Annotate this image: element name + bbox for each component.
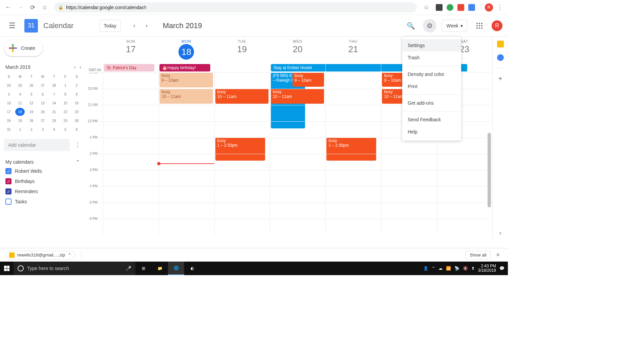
- mini-day[interactable]: 1: [61, 81, 70, 89]
- mini-day[interactable]: 8: [61, 90, 70, 98]
- mini-day[interactable]: 9: [72, 90, 82, 98]
- calendar-toggle[interactable]: ✓Reminders: [4, 186, 83, 197]
- calendar-toggle[interactable]: ✓Birthdays: [4, 176, 83, 186]
- account-avatar[interactable]: R: [492, 20, 502, 31]
- menu-item-settings[interactable]: Settings: [402, 39, 461, 52]
- menu-item-help[interactable]: Help: [402, 126, 461, 138]
- menu-item-feedback[interactable]: Send Feedback: [402, 114, 461, 126]
- mic-icon[interactable]: 🎤: [126, 266, 131, 271]
- prev-period-button[interactable]: ‹: [129, 20, 140, 31]
- task-view-button[interactable]: ⊞: [135, 262, 152, 275]
- extension-icon[interactable]: [436, 4, 443, 11]
- settings-button[interactable]: ⚙: [423, 19, 436, 33]
- menu-item-density[interactable]: Density and color: [402, 68, 461, 80]
- steam-icon[interactable]: ◐: [184, 262, 200, 275]
- bookmark-star-icon[interactable]: ☆: [421, 2, 432, 13]
- start-button[interactable]: [0, 262, 14, 275]
- volume-icon[interactable]: 🔇: [463, 266, 468, 271]
- extension-icon[interactable]: [447, 4, 453, 11]
- menu-item-addons[interactable]: Get add-ons: [402, 97, 461, 109]
- keep-icon[interactable]: [497, 41, 504, 47]
- extension-icon[interactable]: [468, 4, 475, 11]
- mini-day[interactable]: 31: [4, 125, 14, 134]
- mini-day[interactable]: 11: [15, 99, 25, 107]
- calendar-event[interactable]: busy9 – 10am: [293, 73, 324, 87]
- file-explorer-icon[interactable]: 📁: [152, 262, 168, 275]
- mini-day[interactable]: 2: [72, 81, 82, 89]
- day-header[interactable]: THU21: [325, 37, 381, 63]
- mini-day[interactable]: 24: [4, 81, 14, 89]
- main-menu-button[interactable]: ☰: [5, 19, 19, 33]
- create-button[interactable]: Create: [4, 40, 43, 56]
- calendar-event[interactable]: busy1 – 2:30pm: [326, 138, 376, 161]
- menu-item-print[interactable]: Print: [402, 80, 461, 93]
- mini-day[interactable]: 6: [38, 90, 47, 98]
- my-calendars-header[interactable]: My calendars ⌃: [4, 158, 83, 166]
- day-column[interactable]: busy9 – 10am busy10 – 11am: [158, 73, 214, 235]
- day-header[interactable]: MON18: [158, 37, 214, 63]
- mini-prev-button[interactable]: ‹: [74, 64, 76, 70]
- google-apps-button[interactable]: [473, 19, 486, 33]
- mini-day[interactable]: 15: [61, 99, 70, 107]
- mini-day[interactable]: 13: [38, 99, 47, 107]
- close-download-bar[interactable]: ×: [493, 251, 502, 259]
- tray-chevron-icon[interactable]: ⌃: [432, 266, 435, 271]
- taskbar-search[interactable]: Type here to search 🎤: [14, 262, 135, 275]
- day-header[interactable]: SUN17: [103, 37, 158, 63]
- mini-day[interactable]: 20: [38, 108, 47, 116]
- onedrive-icon[interactable]: ☁: [438, 266, 443, 271]
- checkbox[interactable]: ✓: [5, 168, 12, 174]
- mini-day[interactable]: 17: [4, 108, 14, 116]
- scrollbar-thumb[interactable]: [488, 133, 491, 207]
- mini-day[interactable]: 25: [15, 117, 25, 125]
- mini-day[interactable]: 3: [38, 125, 47, 134]
- sync-icon[interactable]: ⬆: [471, 266, 475, 271]
- chrome-icon[interactable]: 🌐: [168, 262, 184, 275]
- add-calendar-menu[interactable]: ⋮: [72, 141, 83, 149]
- calendar-event[interactable]: busy10 – 11am: [271, 89, 324, 104]
- profile-avatar[interactable]: R: [485, 3, 493, 12]
- forward-button[interactable]: →: [15, 2, 26, 13]
- mini-day[interactable]: 1: [15, 125, 25, 134]
- mini-day[interactable]: 16: [72, 99, 82, 107]
- mini-day[interactable]: 27: [38, 81, 47, 89]
- mini-day[interactable]: 22: [61, 108, 70, 116]
- calendar-toggle[interactable]: Tasks: [4, 197, 83, 207]
- mini-day[interactable]: 6: [72, 125, 82, 134]
- day-header[interactable]: TUE19: [214, 37, 270, 63]
- download-chip[interactable]: rewells318@gmail.....zip ⌃: [5, 251, 75, 260]
- mini-day[interactable]: 24: [4, 117, 14, 125]
- expand-side-panel[interactable]: ›: [499, 229, 501, 237]
- mini-day[interactable]: 18: [15, 108, 25, 116]
- notifications-icon[interactable]: 💬: [499, 266, 505, 271]
- mini-day[interactable]: 5: [61, 125, 70, 134]
- reload-button[interactable]: ⟳: [27, 2, 38, 13]
- mini-day[interactable]: 14: [49, 99, 59, 107]
- day-column[interactable]: busy1 – 2:30pm: [325, 73, 381, 235]
- browser-menu-icon[interactable]: ⋮: [494, 2, 505, 13]
- allday-event[interactable]: 🎂 Happy birthday!: [159, 64, 210, 71]
- checkbox[interactable]: [5, 199, 12, 205]
- mini-next-button[interactable]: ›: [80, 64, 81, 70]
- mini-day[interactable]: 2: [27, 125, 36, 134]
- day-column[interactable]: [103, 73, 158, 235]
- mini-day[interactable]: 28: [49, 117, 59, 125]
- mini-day[interactable]: 5: [27, 90, 36, 98]
- mini-day[interactable]: 26: [27, 81, 36, 89]
- calendar-event[interactable]: busy10 – 11am: [159, 89, 213, 104]
- allday-event[interactable]: St. Patrick's Day: [104, 64, 154, 71]
- back-button[interactable]: ←: [3, 2, 14, 13]
- people-icon[interactable]: 👤: [423, 266, 428, 271]
- day-column[interactable]: (F9 565) 8:35am – Raleigh R busy9 – 10am…: [270, 73, 325, 235]
- checkbox[interactable]: ✓: [5, 188, 12, 194]
- mini-day[interactable]: 19: [27, 108, 36, 116]
- menu-item-trash[interactable]: Trash: [402, 52, 461, 64]
- wifi-icon[interactable]: 📡: [454, 266, 459, 271]
- mini-day[interactable]: 4: [49, 125, 59, 134]
- mini-day[interactable]: 23: [72, 108, 82, 116]
- mini-day[interactable]: 4: [15, 90, 25, 98]
- checkbox[interactable]: ✓: [5, 178, 12, 184]
- mini-day[interactable]: 30: [72, 117, 82, 125]
- today-button[interactable]: Today: [99, 20, 121, 32]
- day-header[interactable]: WED20: [270, 37, 325, 63]
